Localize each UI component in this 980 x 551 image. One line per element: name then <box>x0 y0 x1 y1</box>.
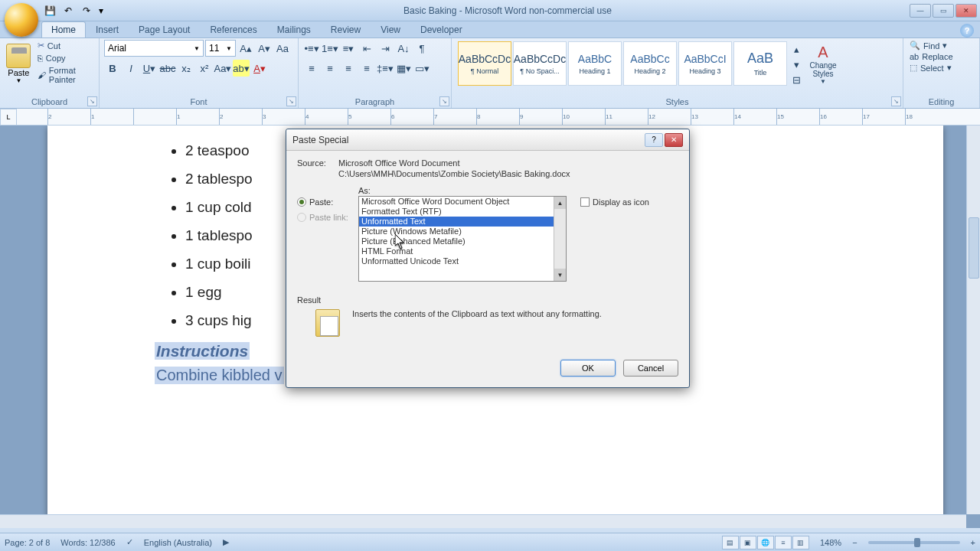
listbox-item[interactable]: Unformatted Unicode Text <box>359 256 566 266</box>
status-page[interactable]: Page: 2 of 8 <box>5 538 50 547</box>
maximize-button[interactable]: ▭ <box>933 4 954 18</box>
style-normal[interactable]: AaBbCcDc¶ Normal <box>458 41 511 86</box>
font-name-combo[interactable]: Arial▼ <box>104 40 204 57</box>
style-heading1[interactable]: AaBbCHeading 1 <box>568 41 622 86</box>
help-icon[interactable]: ? <box>960 24 974 37</box>
align-center-button[interactable]: ≡ <box>322 60 338 77</box>
align-right-button[interactable]: ≡ <box>340 60 357 77</box>
dialog-close-button[interactable]: ✕ <box>665 133 683 147</box>
tab-view[interactable]: View <box>371 21 410 37</box>
format-listbox[interactable]: Microsoft Office Word Document ObjectFor… <box>358 196 567 282</box>
tab-review[interactable]: Review <box>321 21 371 37</box>
underline-button[interactable]: U▾ <box>141 60 158 77</box>
vertical-scrollbar[interactable] <box>966 126 980 514</box>
replace-button[interactable]: abReplace <box>908 51 975 62</box>
scroll-up-icon[interactable]: ▲ <box>554 197 566 209</box>
listbox-item[interactable]: Microsoft Office Word Document Object <box>359 197 566 207</box>
inc-indent-button[interactable]: ⇥ <box>377 40 394 57</box>
listbox-item[interactable]: Unformatted Text <box>359 217 566 227</box>
show-marks-button[interactable]: ¶ <box>413 40 430 57</box>
clipboard-launcher[interactable]: ↘ <box>87 96 97 106</box>
view-print-layout[interactable]: ▤ <box>722 536 739 549</box>
style-nospacing[interactable]: AaBbCcDc¶ No Spaci... <box>513 41 567 86</box>
zoom-out[interactable]: − <box>852 538 857 547</box>
clear-format-button[interactable]: Aa <box>274 40 291 57</box>
tab-developer[interactable]: Developer <box>410 21 472 37</box>
tab-insert[interactable]: Insert <box>86 21 129 37</box>
dec-indent-button[interactable]: ⇤ <box>358 40 375 57</box>
bullets-button[interactable]: •≡▾ <box>303 40 320 57</box>
style-more[interactable]: ⊟ <box>789 72 804 87</box>
font-color-button[interactable]: A▾ <box>251 60 268 77</box>
borders-button[interactable]: ▭▾ <box>413 60 430 77</box>
superscript-button[interactable]: x² <box>196 60 213 77</box>
status-words[interactable]: Words: 12/386 <box>60 538 115 547</box>
subscript-button[interactable]: x₂ <box>178 60 194 77</box>
change-case-button[interactable]: Aa▾ <box>214 60 231 77</box>
listbox-item[interactable]: Formatted Text (RTF) <box>359 207 566 217</box>
format-painter-button[interactable]: 🖌Format Painter <box>36 65 94 85</box>
styles-launcher[interactable]: ↘ <box>891 96 901 106</box>
view-outline[interactable]: ≡ <box>775 536 792 549</box>
horizontal-ruler[interactable]: 21123456789101112131415161718 <box>17 109 980 125</box>
justify-button[interactable]: ≡ <box>358 60 375 77</box>
select-button[interactable]: ⬚Select ▾ <box>908 62 975 73</box>
listbox-item[interactable]: HTML Format <box>359 246 566 256</box>
change-styles-button[interactable]: A Change Styles ▼ <box>802 41 844 87</box>
cut-button[interactable]: ✂Cut <box>36 40 94 51</box>
shading-button[interactable]: ▦▾ <box>395 60 412 77</box>
shrink-font-button[interactable]: A▾ <box>256 40 273 57</box>
view-draft[interactable]: ▥ <box>792 536 809 549</box>
font-size-combo[interactable]: 11▼ <box>205 40 236 57</box>
tab-references[interactable]: References <box>200 21 266 37</box>
copy-button[interactable]: ⎘Copy <box>36 53 94 64</box>
paragraph-launcher[interactable]: ↘ <box>439 96 449 106</box>
align-left-button[interactable]: ≡ <box>303 60 320 77</box>
minimize-button[interactable]: — <box>910 4 931 18</box>
scroll-down-icon[interactable]: ▼ <box>554 269 566 281</box>
style-row-up[interactable]: ▴ <box>789 41 804 57</box>
bold-button[interactable]: B <box>104 60 121 77</box>
line-spacing-button[interactable]: ‡≡▾ <box>377 60 394 77</box>
style-title[interactable]: AaBTitle <box>733 41 787 86</box>
status-proof-icon[interactable]: ✓ <box>126 537 133 547</box>
style-heading3[interactable]: AaBbCcIHeading 3 <box>678 41 732 86</box>
status-language[interactable]: English (Australia) <box>144 538 212 547</box>
ok-button[interactable]: OK <box>560 360 616 377</box>
cancel-button[interactable]: Cancel <box>623 360 678 377</box>
tab-mailings[interactable]: Mailings <box>267 21 321 37</box>
paste-radio[interactable]: Paste: <box>297 197 354 207</box>
zoom-level[interactable]: 148% <box>820 538 841 547</box>
zoom-slider[interactable] <box>868 541 960 544</box>
dialog-help-button[interactable]: ? <box>645 133 663 147</box>
font-launcher[interactable]: ↘ <box>286 96 296 106</box>
styles-gallery[interactable]: AaBbCcDc¶ Normal AaBbCcDc¶ No Spaci... A… <box>456 40 898 89</box>
display-as-icon-checkbox[interactable] <box>580 197 590 207</box>
zoom-in[interactable]: + <box>971 538 975 547</box>
status-macro-icon[interactable]: ▶ <box>223 537 229 547</box>
listbox-scrollbar[interactable]: ▲ ▼ <box>554 197 566 281</box>
view-web[interactable]: 🌐 <box>757 536 774 549</box>
style-heading2[interactable]: AaBbCcHeading 2 <box>623 41 677 86</box>
find-button[interactable]: 🔍Find ▾ <box>908 40 975 51</box>
view-full-screen[interactable]: ▣ <box>740 536 756 549</box>
office-button[interactable] <box>5 3 38 37</box>
strike-button[interactable]: abc <box>159 60 176 77</box>
qat-customize-icon[interactable]: ▾ <box>96 2 106 19</box>
multilevel-button[interactable]: ≡▾ <box>340 40 357 57</box>
style-row-down[interactable]: ▾ <box>789 57 804 72</box>
highlight-button[interactable]: ab▾ <box>233 60 250 77</box>
tab-selector[interactable]: L <box>0 109 17 126</box>
redo-icon[interactable]: ↷ <box>78 2 95 19</box>
horizontal-scrollbar[interactable] <box>0 514 966 528</box>
listbox-item[interactable]: Picture (Windows Metafile) <box>359 227 566 236</box>
tab-home[interactable]: Home <box>41 21 86 37</box>
save-icon[interactable]: 💾 <box>41 2 58 19</box>
paste-button[interactable]: Paste ▼ <box>5 40 33 90</box>
grow-font-button[interactable]: A▴ <box>237 40 254 57</box>
sort-button[interactable]: A↓ <box>395 40 412 57</box>
italic-button[interactable]: I <box>122 60 139 77</box>
numbering-button[interactable]: 1≡▾ <box>322 40 338 57</box>
undo-icon[interactable]: ↶ <box>60 2 77 19</box>
listbox-item[interactable]: Picture (Enhanced Metafile) <box>359 236 566 246</box>
